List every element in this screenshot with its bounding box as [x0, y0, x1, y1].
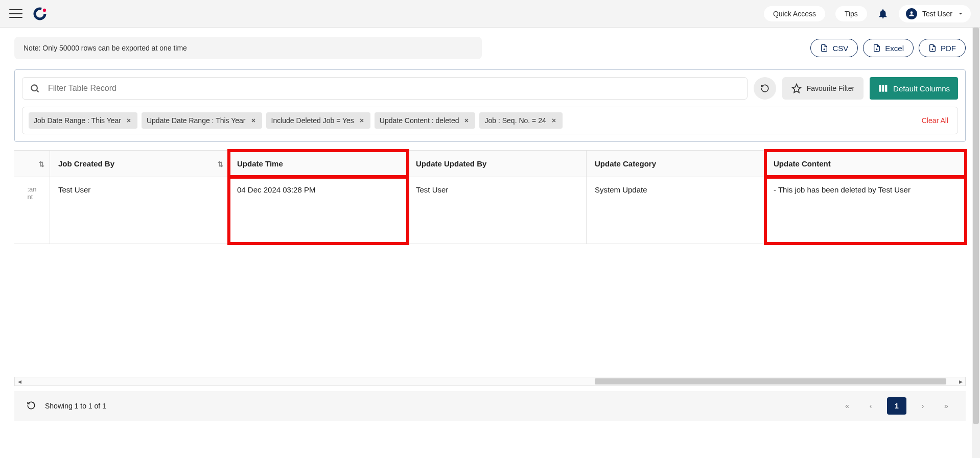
column-header-update-category[interactable]: Update Category [587, 151, 765, 177]
search-icon [30, 83, 40, 93]
export-note: Note: Only 50000 rows can be exported at… [14, 37, 482, 59]
search-row: Favourite Filter Default Columns [22, 77, 958, 100]
column-label: Update Content [774, 159, 831, 168]
cell-update-category: System Update [587, 177, 765, 244]
clear-all-button[interactable]: Clear All [922, 116, 948, 125]
default-columns-button[interactable]: Default Columns [870, 77, 958, 100]
svg-point-2 [31, 85, 37, 91]
filter-chip-label: Update Date Range : This Year [147, 116, 246, 125]
column-header-update-time[interactable]: Update Time [229, 151, 408, 177]
svg-point-1 [43, 8, 46, 11]
quick-access-button[interactable]: Quick Access [764, 6, 825, 21]
cell-update-updated-by: Test User [408, 177, 587, 244]
active-filters: Job Date Range : This Year Update Date R… [22, 107, 958, 134]
pagination-summary: Showing 1 to 1 of 1 [45, 402, 106, 410]
filter-chip: Update Date Range : This Year [142, 112, 262, 129]
column-header-sort[interactable]: ⇅ [14, 151, 50, 177]
pagination: « ‹ 1 › » [840, 397, 953, 415]
filter-chip: Job : Seq. No. = 24 [479, 112, 562, 129]
column-label: Update Time [237, 159, 283, 168]
star-icon [791, 83, 802, 93]
export-row: Note: Only 50000 rows can be exported at… [14, 37, 966, 59]
horizontal-scrollbar[interactable]: ◂ ▸ [14, 377, 966, 386]
page-first-button[interactable]: « [840, 399, 854, 413]
columns-icon [878, 83, 888, 93]
scrollbar-thumb[interactable] [595, 378, 946, 384]
filter-card: Favourite Filter Default Columns Job Dat… [14, 69, 966, 142]
column-label: Job Created By [58, 159, 114, 168]
export-excel-button[interactable]: Excel [863, 39, 914, 57]
filter-chip-label: Update Content : deleted [380, 116, 459, 125]
cell-update-time: 04 Dec 2024 03:28 PM [229, 177, 408, 244]
filter-chip-label: Include Deleted Job = Yes [271, 116, 354, 125]
refresh-icon [27, 401, 36, 410]
user-menu[interactable]: Test User [899, 5, 971, 22]
table-footer: Showing 1 to 1 of 1 « ‹ 1 › » [14, 391, 966, 421]
search-input[interactable] [47, 83, 740, 93]
page-last-button[interactable]: » [939, 399, 953, 413]
export-csv-label: CSV [832, 44, 848, 53]
tips-label: Tips [845, 10, 858, 18]
menu-icon[interactable] [9, 7, 22, 20]
column-header-update-updated-by[interactable]: Update Updated By [408, 151, 587, 177]
vertical-scrollbar[interactable] [972, 28, 980, 458]
filter-chip: Update Content : deleted [375, 112, 476, 129]
favourite-filter-label: Favourite Filter [807, 84, 854, 92]
filter-chip: Job Date Range : This Year [29, 112, 137, 129]
user-name: Test User [922, 10, 952, 18]
refresh-icon [760, 84, 769, 93]
page-current[interactable]: 1 [887, 397, 906, 415]
close-icon[interactable] [358, 117, 365, 124]
sort-icon: ⇅ [39, 160, 44, 167]
app-logo[interactable] [33, 7, 47, 21]
default-columns-label: Default Columns [893, 84, 950, 93]
content-area: Note: Only 50000 rows can be exported at… [0, 37, 980, 421]
avatar-icon [906, 8, 917, 19]
column-label: Update Updated By [416, 159, 486, 168]
export-pdf-button[interactable]: PDF [919, 39, 966, 57]
scrollbar-thumb[interactable] [973, 28, 979, 424]
top-bar: Quick Access Tips Test User [0, 0, 980, 28]
refresh-button[interactable] [754, 77, 776, 100]
close-icon[interactable] [550, 117, 557, 124]
svg-rect-4 [882, 85, 884, 91]
close-icon[interactable] [463, 117, 470, 124]
page-prev-button[interactable]: ‹ [864, 399, 878, 413]
svg-rect-5 [885, 85, 887, 91]
export-excel-label: Excel [885, 44, 904, 53]
column-label: Update Category [595, 159, 656, 168]
table-row[interactable]: :an nt Test User 04 Dec 2024 03:28 PM Te… [14, 177, 966, 244]
notifications-icon[interactable] [877, 8, 889, 19]
scroll-left-icon[interactable]: ◂ [16, 378, 23, 385]
file-csv-icon [820, 43, 828, 53]
sort-icon: ⇅ [218, 160, 223, 167]
column-header-update-content[interactable]: Update Content [765, 151, 966, 177]
filter-chip: Include Deleted Job = Yes [266, 112, 370, 129]
page-next-button[interactable]: › [916, 399, 930, 413]
table-header: ⇅ Job Created By ⇅ Update Time Update Up… [14, 151, 966, 177]
export-pdf-label: PDF [941, 44, 956, 53]
scroll-right-icon[interactable]: ▸ [957, 378, 964, 385]
table-body: :an nt Test User 04 Dec 2024 03:28 PM Te… [14, 177, 966, 244]
export-csv-button[interactable]: CSV [810, 39, 858, 57]
column-header-job-created-by[interactable]: Job Created By ⇅ [50, 151, 229, 177]
tips-button[interactable]: Tips [835, 6, 867, 21]
close-icon[interactable] [125, 117, 132, 124]
quick-access-label: Quick Access [773, 10, 816, 18]
favourite-filter-button[interactable]: Favourite Filter [782, 77, 864, 100]
file-excel-icon [873, 43, 881, 53]
file-pdf-icon [928, 43, 937, 53]
results-table: ⇅ Job Created By ⇅ Update Time Update Up… [14, 150, 966, 244]
chevron-down-icon [958, 11, 964, 17]
cell-update-content: - This job has been deleted by Test User [765, 177, 966, 244]
cell-fragment: :an nt [14, 177, 50, 244]
svg-rect-3 [879, 85, 881, 91]
close-icon[interactable] [250, 117, 257, 124]
filter-chip-label: Job : Seq. No. = 24 [484, 116, 546, 125]
filter-chip-label: Job Date Range : This Year [34, 116, 121, 125]
search-box[interactable] [22, 77, 748, 100]
cell-job-created-by: Test User [50, 177, 229, 244]
reload-button[interactable] [27, 401, 36, 412]
